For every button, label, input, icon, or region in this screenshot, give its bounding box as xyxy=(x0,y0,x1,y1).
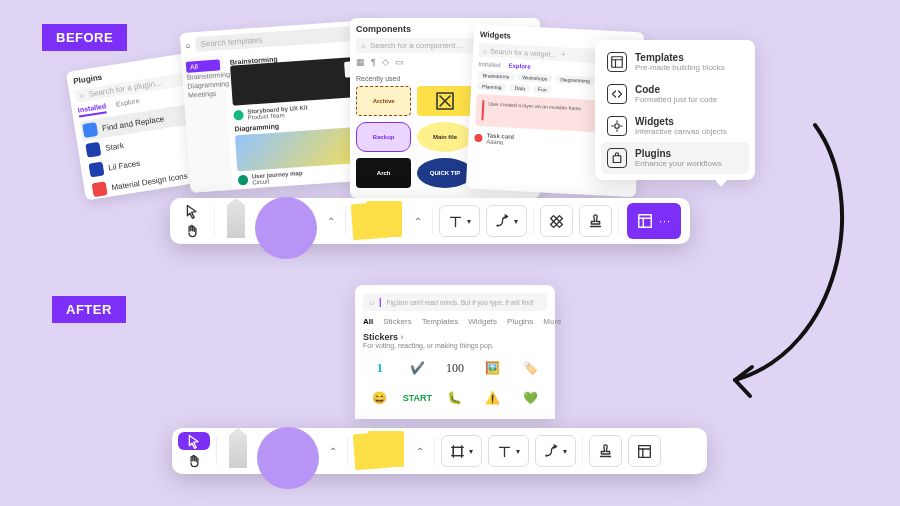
select-tool[interactable] xyxy=(176,202,208,220)
menu-item-title: Widgets xyxy=(635,116,727,127)
component-chip[interactable]: Arch xyxy=(356,158,411,188)
tab-stickers[interactable]: Stickers xyxy=(383,317,411,326)
select-tool[interactable] xyxy=(178,432,210,450)
stamp-tool[interactable] xyxy=(589,435,622,467)
category-item[interactable]: Meetings xyxy=(188,88,223,99)
pencil-tool[interactable] xyxy=(221,198,251,238)
sticker[interactable]: ✔️ xyxy=(401,355,435,381)
filter-chip[interactable]: Workshops xyxy=(517,73,552,83)
search-placeholder: FigJam can't read minds. But if you type… xyxy=(387,299,534,306)
sticker[interactable]: 100 xyxy=(438,355,472,381)
more-tools-button[interactable] xyxy=(628,435,661,467)
sticker[interactable]: 😄 xyxy=(363,385,397,411)
after-badge: AFTER xyxy=(52,296,126,323)
tab-explore[interactable]: Explore xyxy=(115,97,140,112)
svg-point-6 xyxy=(615,124,620,129)
chevron-up-icon[interactable]: ⌃ xyxy=(410,216,426,227)
sticker[interactable]: 💚 xyxy=(513,385,547,411)
pencil-tool[interactable] xyxy=(223,428,253,468)
svg-rect-20 xyxy=(453,447,461,455)
asana-icon xyxy=(474,134,482,142)
search-icon: ⌕ xyxy=(361,41,366,50)
sticker[interactable]: 🐛 xyxy=(438,385,472,411)
connector-tool[interactable]: ▾ xyxy=(535,435,576,467)
component-chip[interactable]: QUICK TIP xyxy=(417,158,472,188)
search-icon: ⌕ xyxy=(79,90,85,100)
sticker[interactable]: 1 xyxy=(363,355,397,381)
search-icon: ⌕ xyxy=(483,47,487,54)
components-search-placeholder: Search for a component… xyxy=(370,41,463,50)
toolbar-before: ⌃ ⌃ ▾ ▾ ··· xyxy=(170,198,690,244)
filter-chip[interactable]: Brainstorms xyxy=(478,71,515,81)
sticky-notes-tool[interactable] xyxy=(352,201,404,241)
sticker[interactable]: START xyxy=(401,385,435,411)
widgets-title: Widgets xyxy=(480,30,511,41)
chevron-up-icon[interactable]: ⌃ xyxy=(323,216,339,227)
text-tool[interactable]: ▾ xyxy=(439,205,480,237)
chevron-up-icon[interactable]: ⌃ xyxy=(325,446,341,457)
sticker[interactable]: ⚠️ xyxy=(476,385,510,411)
menu-item-sub: Interactive canvas objects xyxy=(635,127,727,136)
ellipsis-icon: ··· xyxy=(659,215,671,227)
tab-installed[interactable]: Installed xyxy=(478,61,501,68)
plugin-label: Lil Faces xyxy=(108,158,141,172)
menu-item-sub: Pre-made building blocks xyxy=(635,63,725,72)
templates-icon xyxy=(607,52,627,72)
component-chip[interactable] xyxy=(417,86,472,116)
unified-search[interactable]: ⌕ | FigJam can't read minds. But if you … xyxy=(363,293,547,311)
sticker[interactable]: 🖼️ xyxy=(476,355,510,381)
svg-rect-14 xyxy=(556,215,562,221)
tab-templates[interactable]: Templates xyxy=(422,317,458,326)
tab-widgets[interactable]: Widgets xyxy=(468,317,497,326)
svg-rect-13 xyxy=(551,215,557,221)
menu-item-sub: Formatted just for code xyxy=(635,95,717,104)
sticker[interactable]: 🏷️ xyxy=(513,355,547,381)
search-icon: ⌕ xyxy=(369,297,374,307)
components-tool[interactable] xyxy=(540,205,573,237)
widget-card-text: User created a layer via an invisible fr… xyxy=(488,101,581,112)
hand-tool[interactable] xyxy=(176,222,208,240)
filter-chip[interactable]: Planning xyxy=(477,82,507,92)
svg-rect-17 xyxy=(639,215,651,227)
sticky-notes-tool[interactable] xyxy=(354,431,406,471)
menu-item-code[interactable]: CodeFormatted just for code xyxy=(601,78,749,110)
tab-explore[interactable]: Explore xyxy=(508,63,530,70)
filter-chip[interactable]: Fun xyxy=(533,85,552,94)
tab-plugins[interactable]: Plugins xyxy=(507,317,533,326)
search-icon: ⌕ xyxy=(185,40,191,49)
section-title: Stickers xyxy=(363,332,398,342)
stamp-tool[interactable] xyxy=(579,205,612,237)
section-tool[interactable]: ▾ xyxy=(441,435,482,467)
filter-chip[interactable]: Diagramming xyxy=(555,75,595,85)
plugin-label: Stark xyxy=(105,141,125,153)
code-icon xyxy=(607,84,627,104)
tab-installed[interactable]: Installed xyxy=(77,102,107,117)
widgets-icon xyxy=(607,116,627,136)
hand-tool[interactable] xyxy=(178,452,210,470)
tab-all[interactable]: All xyxy=(363,317,373,326)
svg-rect-15 xyxy=(551,221,557,227)
svg-rect-11 xyxy=(613,156,621,163)
filter-chip[interactable]: Data xyxy=(509,84,530,93)
component-chip[interactable]: Archive xyxy=(356,86,411,116)
marker-tool[interactable] xyxy=(255,197,317,259)
plugins-icon xyxy=(607,148,627,168)
more-tools-button[interactable]: ··· xyxy=(627,203,681,239)
component-chip[interactable]: Main file xyxy=(417,122,472,152)
widgets-search-placeholder: Search for a widget… xyxy=(490,47,558,58)
component-chip[interactable]: Backup xyxy=(356,122,411,152)
tab-more[interactable]: More xyxy=(543,317,561,326)
menu-item-sub: Enhance your workflows xyxy=(635,159,722,168)
svg-point-25 xyxy=(545,454,547,456)
text-tool[interactable]: ▾ xyxy=(488,435,529,467)
chevron-up-icon[interactable]: ⌃ xyxy=(412,446,428,457)
marker-tool[interactable] xyxy=(257,427,319,489)
before-badge: BEFORE xyxy=(42,24,127,51)
connector-tool[interactable]: ▾ xyxy=(486,205,527,237)
section-sub: For voting, reacting, or making things p… xyxy=(363,342,547,349)
menu-item-title: Templates xyxy=(635,52,725,63)
menu-item-title: Code xyxy=(635,84,717,95)
svg-point-12 xyxy=(496,224,498,226)
menu-item-templates[interactable]: TemplatesPre-made building blocks xyxy=(601,46,749,78)
svg-rect-16 xyxy=(556,221,562,227)
